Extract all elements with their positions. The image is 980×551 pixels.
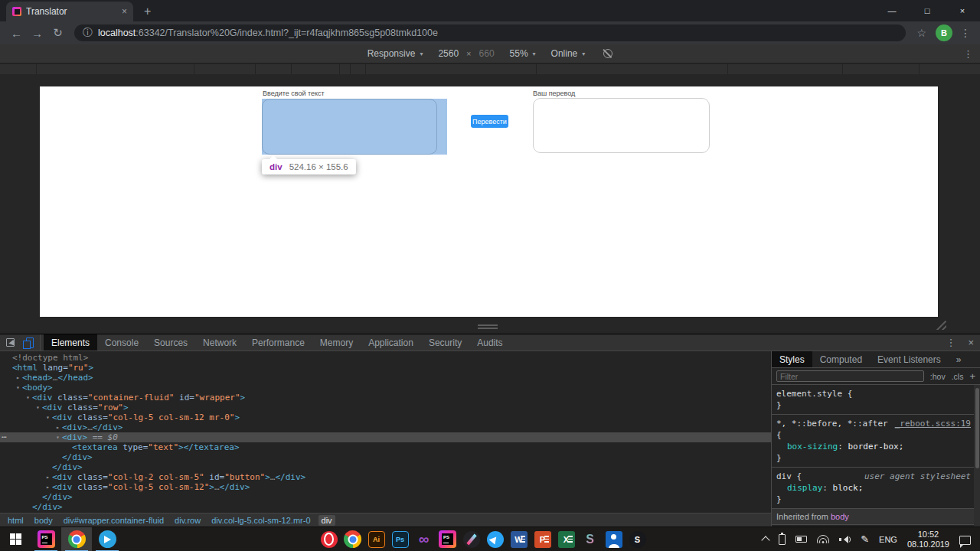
dom-tree-row[interactable]: </div> bbox=[0, 502, 771, 512]
taskbar-navigator-button[interactable] bbox=[483, 527, 507, 551]
devtools-close-icon[interactable]: × bbox=[968, 337, 974, 348]
css-property[interactable]: box-sizing: border-box; bbox=[776, 441, 974, 452]
start-button[interactable] bbox=[0, 527, 31, 551]
breadcrumb-item[interactable]: div#wrapper.container-fluid bbox=[60, 515, 167, 526]
devtools-menu-icon[interactable]: ⋮ bbox=[946, 337, 956, 348]
taskbar-illustrator-button[interactable]: Ai bbox=[364, 527, 388, 551]
taskbar-chrome-pinned-button[interactable] bbox=[341, 527, 364, 551]
rotate-viewport-icon[interactable] bbox=[603, 49, 612, 58]
breadcrumb-item[interactable]: div.row bbox=[172, 515, 204, 526]
devtools-tab-audits[interactable]: Audits bbox=[469, 334, 510, 350]
viewport-corner-resize-handle[interactable] bbox=[936, 321, 946, 330]
windows-ink-pen-icon[interactable]: ✎ bbox=[861, 534, 869, 544]
sidebar-tab-computed[interactable]: Computed bbox=[812, 351, 870, 367]
reload-button[interactable]: ↻ bbox=[47, 26, 68, 40]
taskbar-community-button[interactable] bbox=[602, 527, 626, 551]
stylesheet-link[interactable]: _reboot.scss:19 bbox=[895, 418, 971, 429]
taskbar-phpstorm-button[interactable]: PS bbox=[31, 527, 61, 551]
bookmark-star-icon[interactable]: ☆ bbox=[916, 27, 926, 39]
sidebar-tab-styles[interactable]: Styles bbox=[772, 351, 812, 367]
zoom-dropdown[interactable]: 55% ▾ bbox=[510, 48, 536, 59]
browser-menu-icon[interactable]: ⋮ bbox=[960, 27, 971, 39]
taskbar-shape-s-button[interactable]: S bbox=[578, 527, 602, 551]
taskbar-paint-button[interactable] bbox=[459, 527, 483, 551]
taskbar-chrome-button[interactable] bbox=[61, 527, 92, 551]
devtools-tab-network[interactable]: Network bbox=[195, 334, 244, 350]
window-close-button[interactable]: × bbox=[945, 0, 980, 21]
dom-tree-row[interactable]: <!doctype html> bbox=[0, 353, 771, 363]
devtools-tab-console[interactable]: Console bbox=[97, 334, 146, 350]
window-maximize-button[interactable]: □ bbox=[910, 0, 945, 21]
taskbar-clock[interactable]: 10:52 08.10.2019 bbox=[907, 530, 949, 549]
site-info-icon[interactable]: ⓘ bbox=[83, 26, 93, 40]
viewport-resize-handle[interactable] bbox=[478, 324, 498, 331]
taskbar-word-button[interactable]: W bbox=[507, 527, 531, 551]
taskbar-opera-button[interactable] bbox=[317, 527, 341, 551]
battery-icon[interactable] bbox=[779, 534, 786, 545]
collapsed-arrow-icon[interactable]: ▸ bbox=[44, 472, 52, 482]
hov-toggle[interactable]: :hov bbox=[930, 372, 946, 381]
collapsed-arrow-icon[interactable]: ▸ bbox=[14, 373, 22, 383]
devtools-tab-performance[interactable]: Performance bbox=[244, 334, 312, 350]
viewport-height-input[interactable]: 660 bbox=[479, 48, 495, 59]
dom-tree-row[interactable]: </div> bbox=[0, 452, 771, 462]
taskbar-telegram-button[interactable] bbox=[92, 527, 122, 551]
styles-scrollbar[interactable] bbox=[974, 385, 980, 527]
dom-tree-row[interactable]: </div> bbox=[0, 462, 771, 472]
volume-icon[interactable] bbox=[839, 535, 851, 544]
devtools-tab-sources[interactable]: Sources bbox=[146, 334, 195, 350]
dom-tree-row[interactable]: ▸<head>…</head> bbox=[0, 373, 771, 383]
expanded-arrow-icon[interactable]: ▾ bbox=[14, 383, 22, 393]
dom-tree-row[interactable]: ▸<div class="col-lg-2 col-sm-5" id="butt… bbox=[0, 472, 771, 482]
collapsed-arrow-icon[interactable]: ▸ bbox=[44, 482, 52, 492]
window-minimize-button[interactable]: — bbox=[874, 0, 910, 21]
css-property[interactable]: display: block; bbox=[776, 482, 974, 494]
wifi-icon[interactable] bbox=[817, 535, 829, 543]
dom-tree-row[interactable]: <textarea type="text"></textarea> bbox=[0, 442, 771, 452]
taskbar-dark-s-button[interactable]: S bbox=[626, 527, 649, 551]
collapsed-arrow-icon[interactable]: ▸ bbox=[54, 422, 62, 432]
expanded-arrow-icon[interactable]: ▾ bbox=[44, 412, 52, 422]
taskbar-powerpoint-button[interactable]: P bbox=[531, 527, 554, 551]
tablet-mode-icon[interactable] bbox=[795, 536, 807, 543]
tray-overflow-chevron-icon[interactable] bbox=[762, 536, 770, 544]
sidebar-tab-event-listeners[interactable]: Event Listeners bbox=[870, 351, 949, 367]
dom-tree-row[interactable]: ▸<div class="col-lg-5 col-sm-12">…</div> bbox=[0, 482, 771, 492]
taskbar-phpstorm-pinned-button[interactable]: PS bbox=[436, 527, 459, 551]
devtools-tab-memory[interactable]: Memory bbox=[312, 334, 361, 350]
dom-tree-row[interactable]: <html lang="ru"> bbox=[0, 363, 771, 373]
styles-filter-input[interactable] bbox=[776, 370, 924, 382]
taskbar-visual-studio-button[interactable]: ∞ bbox=[412, 527, 436, 551]
forward-button[interactable]: → bbox=[27, 27, 47, 40]
expanded-arrow-icon[interactable]: ▾ bbox=[34, 403, 42, 412]
devtools-tab-elements[interactable]: Elements bbox=[44, 334, 97, 350]
source-textarea[interactable] bbox=[262, 99, 437, 155]
cls-toggle[interactable]: .cls bbox=[952, 372, 964, 381]
device-toolbar-toggle-icon[interactable] bbox=[26, 337, 34, 348]
device-type-dropdown[interactable]: Responsive ▾ bbox=[368, 48, 423, 59]
inspect-element-icon[interactable] bbox=[6, 338, 15, 347]
device-toolbar-menu-icon[interactable]: ⋮ bbox=[963, 48, 973, 60]
new-style-rule-button[interactable]: + bbox=[969, 370, 975, 382]
dom-tree-row[interactable]: ▸<div>…</div> bbox=[0, 422, 771, 432]
address-bar[interactable]: ⓘ localhost:63342/Translator%20G/index.h… bbox=[74, 24, 906, 41]
profile-avatar[interactable]: B bbox=[936, 24, 952, 41]
back-button[interactable]: ← bbox=[6, 27, 27, 40]
new-tab-button[interactable]: + bbox=[144, 5, 151, 18]
breadcrumb-item[interactable]: html bbox=[5, 515, 27, 526]
throttling-dropdown[interactable]: Online ▾ bbox=[551, 48, 586, 59]
dom-tree-row[interactable]: ▾<div class="row"> bbox=[0, 403, 771, 412]
breadcrumb-item[interactable]: div bbox=[318, 515, 335, 526]
browser-tab[interactable]: Translator × bbox=[6, 2, 133, 21]
inherited-body-link[interactable]: body bbox=[831, 512, 849, 521]
viewport-width-input[interactable]: 2560 bbox=[438, 48, 459, 59]
dom-tree-row[interactable]: </div> bbox=[0, 492, 771, 502]
translation-textarea[interactable] bbox=[533, 98, 710, 153]
taskbar-excel-button[interactable]: X bbox=[554, 527, 578, 551]
expanded-arrow-icon[interactable]: ▾ bbox=[54, 432, 62, 442]
expanded-arrow-icon[interactable]: ▾ bbox=[24, 393, 32, 403]
devtools-tab-security[interactable]: Security bbox=[421, 334, 469, 350]
devtools-tab-application[interactable]: Application bbox=[361, 334, 421, 350]
sidebar-tab--[interactable]: » bbox=[949, 351, 969, 367]
keyboard-language[interactable]: ENG bbox=[879, 535, 897, 544]
